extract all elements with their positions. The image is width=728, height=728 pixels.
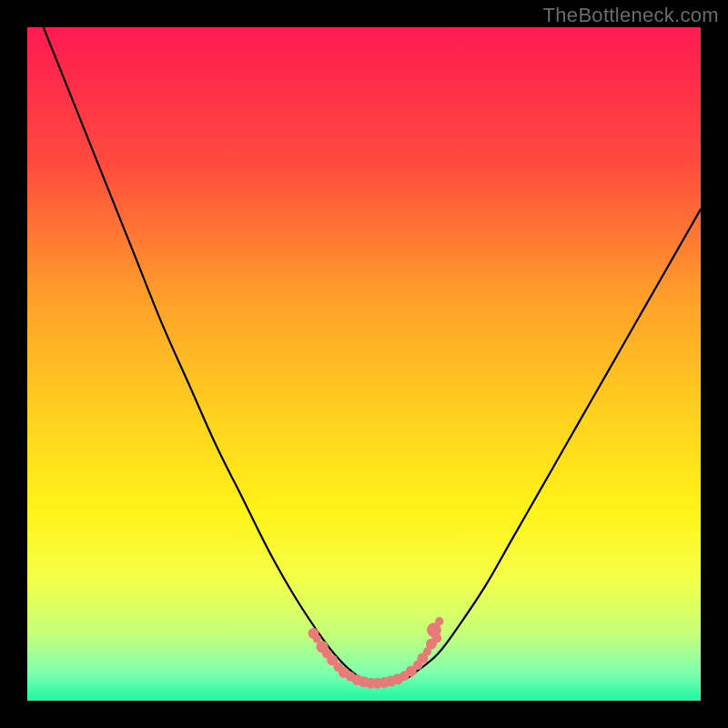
bottleneck-chart xyxy=(27,27,701,701)
bottom-dot xyxy=(435,617,443,625)
plot-area xyxy=(27,27,701,701)
bottom-dot xyxy=(432,633,442,643)
gradient-background xyxy=(27,27,701,701)
chart-frame: TheBottleneck.com xyxy=(0,0,728,728)
attribution-label: TheBottleneck.com xyxy=(543,4,719,27)
